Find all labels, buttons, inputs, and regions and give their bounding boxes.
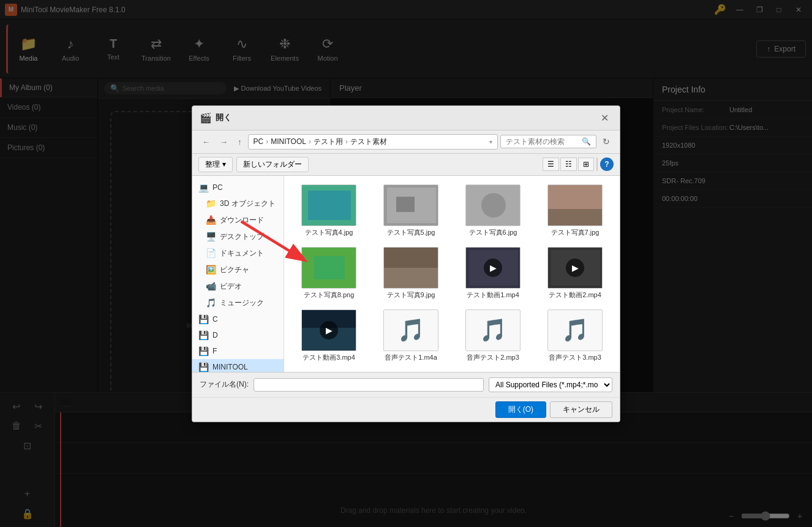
sidebar-drive-f[interactable]: 💾 F xyxy=(192,343,284,359)
breadcrumb-pc[interactable]: PC xyxy=(254,137,264,146)
documents-icon: 📄 xyxy=(206,248,216,258)
sidebar-minitool[interactable]: 💾 MINITOOL xyxy=(192,359,284,372)
pictures-icon: 🖼️ xyxy=(206,265,216,275)
sidebar-3d[interactable]: 📁 3D オブジェクト xyxy=(192,195,284,212)
view-grid-button[interactable]: ⊞ xyxy=(578,157,594,171)
breadcrumb-dropdown-icon[interactable]: ▾ xyxy=(489,138,492,145)
music-label: ミュージック xyxy=(220,298,264,308)
dialog-body: 💻 PC 📁 3D オブジェクト 📥 ダウンロード 🖥️ デスクトップ 📄 xyxy=(192,176,620,372)
breadcrumb-testzai[interactable]: テスト素材 xyxy=(350,137,387,147)
file-dialog: 🎬 開く ✕ ← → ↑ PC › MINITOOL › テスト用 › テスト素… xyxy=(192,105,620,422)
file-thumbnail xyxy=(465,184,521,226)
new-folder-button[interactable]: 新しいフォルダー xyxy=(236,157,309,172)
sidebar-pc[interactable]: 💻 PC xyxy=(192,180,284,195)
file-item[interactable]: テスト写真4.jpg xyxy=(290,182,367,240)
music-icon: 🎵 xyxy=(206,298,216,308)
drive-f-icon: 💾 xyxy=(198,346,209,356)
downloads-icon: 📥 xyxy=(206,215,216,225)
drive-c-label: C xyxy=(212,315,218,324)
refresh-button[interactable]: ↻ xyxy=(599,135,614,148)
breadcrumb-sep2: › xyxy=(309,137,311,146)
audio-file-icon2: 🎵 xyxy=(479,317,507,343)
file-thumbnail: 🎵 xyxy=(547,309,603,351)
file-name: 音声テスト1.m4a xyxy=(385,353,437,362)
file-thumbnail: 🎵 xyxy=(383,309,438,351)
dialog-open-button[interactable]: 開く(O) xyxy=(495,401,546,418)
file-item[interactable]: ▶ テスト動画2.mp4 xyxy=(536,245,614,302)
file-thumbnail xyxy=(301,184,356,226)
dialog-nav: ← → ↑ PC › MINITOOL › テスト用 › テスト素材 ▾ 🔍 ↻ xyxy=(192,131,620,154)
file-name: テスト写真9.jpg xyxy=(387,290,435,300)
dialog-overlay: 🎬 開く ✕ ← → ↑ PC › MINITOOL › テスト用 › テスト素… xyxy=(0,0,812,527)
filename-label: ファイル名(N): xyxy=(200,379,249,390)
file-item[interactable]: テスト写真9.jpg xyxy=(372,245,449,302)
play-icon: ▶ xyxy=(320,321,338,339)
organize-label: 整理 xyxy=(205,159,220,170)
svg-rect-10 xyxy=(314,256,345,279)
drive-f-label: F xyxy=(212,347,217,355)
file-item[interactable]: ▶ テスト動画1.mp4 xyxy=(454,245,532,302)
nav-back-button[interactable]: ← xyxy=(198,136,214,148)
svg-rect-12 xyxy=(384,247,438,268)
filetype-select[interactable]: All Supported Files (*.mp4;*.mo xyxy=(489,377,612,392)
file-item[interactable]: テスト写真5.jpg xyxy=(372,182,449,240)
thumb-img1 xyxy=(302,184,356,226)
nav-up-button[interactable]: ↑ xyxy=(234,136,246,148)
view-detail-button[interactable]: ☷ xyxy=(560,157,577,171)
sidebar-desktop[interactable]: 🖥️ デスクトップ xyxy=(192,229,284,245)
sidebar-drive-c[interactable]: 💾 C xyxy=(192,311,284,327)
file-name: テスト写真6.jpg xyxy=(469,228,517,237)
sidebar-music[interactable]: 🎵 ミュージック xyxy=(192,295,284,311)
breadcrumb-testyo[interactable]: テスト用 xyxy=(314,137,343,147)
dialog-search-field: 🔍 xyxy=(500,135,596,148)
file-name: テスト写真4.jpg xyxy=(305,228,353,237)
help-button[interactable]: ? xyxy=(600,157,614,171)
file-item[interactable]: テスト写真6.jpg xyxy=(454,182,532,240)
dialog-cancel-button[interactable]: キャンセル xyxy=(550,401,612,418)
file-name: 音声テスト3.mp3 xyxy=(549,353,601,362)
breadcrumb-minitool[interactable]: MINITOOL xyxy=(271,137,306,146)
sidebar-downloads[interactable]: 📥 ダウンロード xyxy=(192,212,284,229)
dialog-close-button[interactable]: ✕ xyxy=(597,111,612,125)
drive-c-icon: 💾 xyxy=(198,314,209,324)
sidebar-video[interactable]: 📹 ビデオ xyxy=(192,278,284,295)
organize-button[interactable]: 整理 ▾ xyxy=(198,157,233,172)
file-name: テスト動画3.mp4 xyxy=(303,353,355,362)
dialog-search-input[interactable] xyxy=(506,137,579,146)
breadcrumb-sep3: › xyxy=(345,137,348,146)
file-item[interactable]: 🎵 音声テスト1.m4a xyxy=(372,307,449,365)
svg-rect-4 xyxy=(396,197,415,212)
file-name: テスト写真5.jpg xyxy=(387,228,435,237)
file-name: テスト写真8.png xyxy=(304,290,355,300)
desktop-label: デスクトップ xyxy=(220,232,264,242)
view-buttons: ☰ ☷ ⊞ ? xyxy=(543,157,614,171)
sidebar-drive-d[interactable]: 💾 D xyxy=(192,327,284,343)
search-go-icon[interactable]: 🔍 xyxy=(582,137,591,146)
pc-icon: 💻 xyxy=(198,183,209,192)
view-list-button[interactable]: ☰ xyxy=(543,157,559,171)
file-item[interactable]: 🎵 音声テスト2.mp3 xyxy=(454,307,532,365)
file-thumbnail: ▶ xyxy=(301,309,356,351)
file-item[interactable]: 🎵 音声テスト3.mp3 xyxy=(536,307,614,365)
dialog-title: 開く xyxy=(216,112,597,123)
svg-rect-1 xyxy=(308,191,351,220)
thumb-img6 xyxy=(384,247,438,289)
thumb-img4 xyxy=(548,184,602,226)
play-icon: ▶ xyxy=(566,259,584,277)
file-item[interactable]: テスト写真8.png xyxy=(290,245,367,302)
new-folder-label: 新しいフォルダー xyxy=(243,159,302,170)
sidebar-documents[interactable]: 📄 ドキュメント xyxy=(192,245,284,262)
file-item[interactable]: テスト写真7.jpg xyxy=(536,182,614,240)
minitool-drive-icon: 💾 xyxy=(198,362,209,372)
filename-input[interactable] xyxy=(254,378,484,392)
view-sep xyxy=(596,157,598,171)
file-item[interactable]: ▶ テスト動画3.mp4 xyxy=(290,307,367,365)
dialog-action-row: 開く(O) キャンセル xyxy=(192,397,620,422)
pictures-label: ピクチャ xyxy=(220,265,249,275)
3d-folder-icon: 📁 xyxy=(206,199,216,208)
sidebar-pictures[interactable]: 🖼️ ピクチャ xyxy=(192,262,284,278)
dialog-titlebar: 🎬 開く ✕ xyxy=(192,106,620,131)
file-name: 音声テスト2.mp3 xyxy=(467,353,519,362)
video-label: ビデオ xyxy=(220,281,242,292)
nav-forward-button[interactable]: → xyxy=(216,136,231,148)
